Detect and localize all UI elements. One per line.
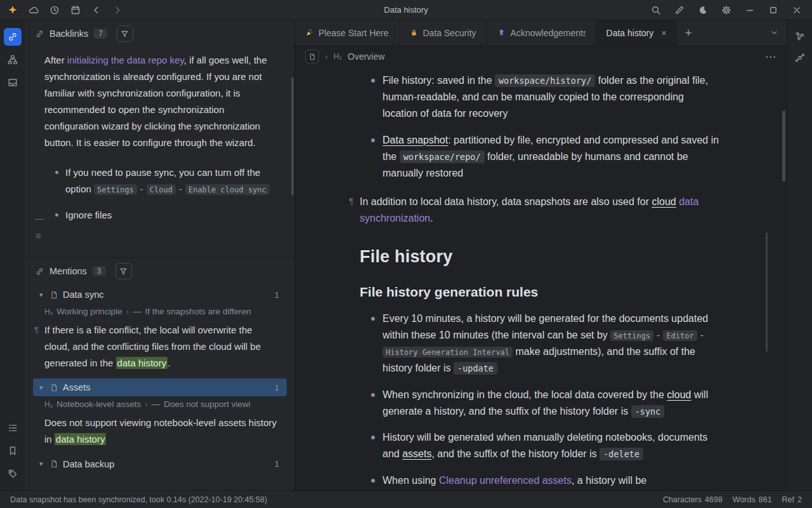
tree-row-data-sync[interactable]: ▾ Data sync 1: [33, 286, 287, 304]
paragraph-block-icon: —: [152, 399, 160, 409]
go-forward-icon[interactable]: [111, 4, 124, 17]
kbd-separator: -: [657, 330, 660, 340]
bullet-icon: [371, 138, 375, 142]
go-back-icon[interactable]: [90, 4, 103, 17]
document-icon[interactable]: [305, 50, 319, 64]
backlinks-filter-button[interactable]: [117, 25, 133, 42]
document-stats: Characters4698 Words861 Ref2: [663, 495, 802, 504]
heading-1[interactable]: File history: [360, 243, 721, 271]
document-content[interactable]: File history: saved in the workspace/his…: [295, 67, 787, 490]
settings-gear-icon[interactable]: [720, 4, 733, 17]
text-segment: , and the suffix of the history folder i…: [431, 448, 599, 459]
tag-dock-icon[interactable]: [4, 465, 22, 483]
tab-close-icon[interactable]: ×: [661, 27, 667, 38]
chevron-down-icon[interactable]: ▾: [39, 460, 46, 468]
list-item[interactable]: If you need to pause sync, you can turn …: [65, 164, 277, 197]
close-window-icon[interactable]: [790, 4, 803, 17]
chevron-down-icon[interactable]: ▾: [39, 384, 46, 392]
search-icon[interactable]: [650, 4, 662, 17]
tab-list-chevron-icon[interactable]: [761, 20, 787, 45]
cloud-sync-icon[interactable]: [27, 4, 40, 17]
mention-breadcrumb[interactable]: H₂ Working principle › — If the snapshot…: [25, 305, 294, 318]
block-ref-link[interactable]: Cleanup unreferenced assets: [439, 475, 572, 486]
new-tab-button[interactable]: +: [678, 20, 699, 45]
stat-ref: Ref2: [782, 495, 802, 504]
inline-code: -update: [454, 362, 497, 375]
tab-data-security[interactable]: Data Security: [400, 20, 487, 45]
siyuan-logo[interactable]: [6, 4, 19, 17]
tab-acknowledgements[interactable]: Acknowledgements: [487, 20, 596, 45]
outline-dock-icon[interactable]: [4, 419, 22, 437]
tree-row-assets[interactable]: ▾ Assets 1: [33, 378, 287, 396]
list-item[interactable]: Ignore files: [65, 207, 277, 224]
underlined-ref[interactable]: Data snapshot: [383, 135, 448, 145]
tree-row-data-backup[interactable]: ▾ Data backup 1: [33, 455, 287, 473]
daily-note-icon[interactable]: [69, 4, 82, 17]
tab-data-history[interactable]: Data history ×: [596, 20, 678, 45]
graph-panel-dock-icon[interactable]: [791, 27, 809, 45]
text-segment: , a history will be: [572, 475, 646, 486]
underlined-ref[interactable]: cloud: [667, 389, 691, 400]
mentions-header[interactable]: Mentions 3: [25, 258, 294, 284]
mention-paragraph[interactable]: Does not support viewing notebook-level …: [25, 411, 294, 454]
backlinks-header[interactable]: Backlinks 7: [25, 20, 294, 47]
list-item[interactable]: When using Cleanup unreferenced assets, …: [383, 472, 721, 489]
tab-label: Please Start Here: [318, 28, 389, 38]
backlink-paragraph[interactable]: After initializing the data repo key, if…: [25, 47, 294, 152]
maximize-icon[interactable]: [767, 4, 780, 17]
lock-icon: [410, 29, 418, 37]
main-area: Backlinks 7 After initializing the data …: [0, 20, 812, 490]
backlinks-dock-icon[interactable]: [4, 28, 22, 46]
ribbon-icon: [497, 29, 506, 37]
paragraph-gutter-icon[interactable]: ¶: [349, 194, 354, 209]
tree-doc-name: Assets: [63, 382, 91, 392]
editor-scrollbar[interactable]: [782, 110, 785, 182]
status-bar: Data snapshot has been synchronized, too…: [0, 490, 812, 508]
highlight-mark: data history: [55, 433, 107, 445]
graph-dock-icon[interactable]: [4, 51, 22, 69]
document-breadcrumb: › H₂ Overview ⋯: [295, 46, 787, 67]
more-options-icon[interactable]: ⋯: [765, 50, 776, 64]
mentions-filter-button[interactable]: [115, 263, 132, 279]
kbd-enable-cloud-sync: Enable cloud sync: [185, 184, 270, 195]
backlinks-scrollbar[interactable]: [291, 77, 294, 196]
list-item[interactable]: Every 10 minutes, a history will be gene…: [383, 311, 721, 377]
breadcrumb-heading: Notebook-level assets: [56, 399, 141, 409]
bullet-icon: [55, 171, 58, 174]
mention-breadcrumb[interactable]: H₂ Notebook-level assets › — Does not su…: [25, 398, 294, 411]
breadcrumb-heading[interactable]: Overview: [348, 51, 384, 62]
tab-label: Data Security: [423, 28, 476, 38]
chevron-right-icon: ›: [325, 51, 328, 62]
gutter-list-icon[interactable]: ≡: [36, 230, 41, 241]
theme-moon-icon[interactable]: [697, 4, 709, 17]
bullet-icon: [55, 213, 58, 217]
kbd-separator: -: [140, 184, 143, 194]
mention-paragraph[interactable]: ¶If there is a file conflict, the local …: [25, 318, 294, 377]
text-segment: .: [430, 213, 433, 224]
data-history-icon[interactable]: [48, 4, 61, 17]
inline-code: workspace/repo/: [400, 150, 485, 163]
inbox-dock-icon[interactable]: [4, 74, 22, 91]
tree-doc-name: Data backup: [63, 459, 114, 469]
scroll-position-marker[interactable]: [764, 230, 769, 352]
heading-2[interactable]: File history generation rules: [360, 281, 721, 303]
paragraph-block[interactable]: ¶In addition to local data history, data…: [360, 194, 721, 227]
bullet-icon: [371, 393, 375, 397]
list-item[interactable]: File history: saved in the workspace/his…: [383, 72, 721, 122]
list-item[interactable]: Data snapshot: partitioned by file, encr…: [383, 132, 721, 182]
underlined-ref[interactable]: cloud: [652, 196, 676, 207]
block-ref-link[interactable]: initializing the data repo key: [67, 55, 184, 65]
list-item[interactable]: When synchronizing in the cloud, the loc…: [383, 387, 721, 420]
text-segment: Ignore files: [65, 210, 112, 220]
list-item[interactable]: History will be generated when manually …: [383, 429, 721, 462]
tab-please-start-here[interactable]: Please Start Here: [295, 20, 400, 45]
chevron-down-icon[interactable]: ▾: [39, 291, 46, 299]
paragraph-gutter-icon[interactable]: ¶: [34, 323, 39, 337]
gutter-dash-icon[interactable]: —: [35, 213, 44, 224]
edit-mode-icon[interactable]: [673, 4, 686, 17]
chevron-right-icon: ›: [126, 307, 129, 316]
global-graph-dock-icon[interactable]: [791, 49, 809, 67]
underlined-ref[interactable]: assets: [402, 448, 431, 459]
bookmark-dock-icon[interactable]: [4, 442, 22, 460]
minimize-icon[interactable]: [743, 4, 756, 17]
